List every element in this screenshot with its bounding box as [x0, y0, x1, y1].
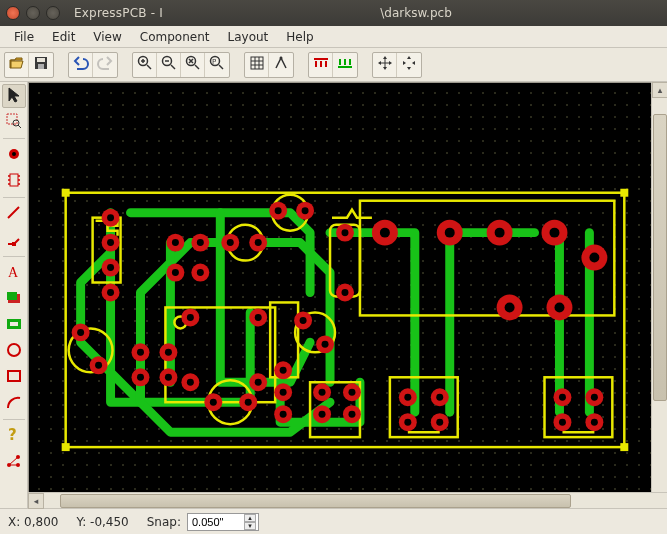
tool-text[interactable]: A: [2, 261, 26, 285]
svg-rect-26: [8, 371, 20, 381]
svg-text:?: ?: [8, 427, 17, 443]
svg-rect-44: [545, 377, 613, 437]
tool-plane[interactable]: [2, 313, 26, 337]
trace-icon: [6, 205, 22, 224]
close-window-button[interactable]: [6, 6, 20, 20]
app-body: A ?: [0, 82, 667, 508]
tool-zoom[interactable]: [2, 110, 26, 134]
snap-button[interactable]: [269, 53, 293, 77]
tool-component[interactable]: [2, 169, 26, 193]
floppy-icon: [34, 56, 48, 73]
redo-button[interactable]: [93, 53, 117, 77]
maximize-window-button[interactable]: [46, 6, 60, 20]
tool-trace[interactable]: [2, 202, 26, 226]
save-button[interactable]: [29, 53, 53, 77]
tool-info[interactable]: ?: [2, 424, 26, 448]
net-icon: [6, 453, 22, 472]
tool-corner[interactable]: [2, 228, 26, 252]
canvas-area: ▴ ◂: [28, 82, 667, 508]
title-app: ExpressPCB - I: [74, 6, 163, 20]
svg-point-18: [18, 175, 20, 177]
rect-outline-icon: [6, 369, 22, 386]
open-button[interactable]: [5, 53, 29, 77]
bottom-layer-button[interactable]: [333, 53, 357, 77]
svg-point-25: [8, 344, 20, 356]
minimize-window-button[interactable]: [26, 6, 40, 20]
status-y-label: Y:: [76, 515, 86, 529]
zoom-in-icon: [137, 55, 153, 74]
tool-net[interactable]: [2, 450, 26, 474]
tool-arc[interactable]: [2, 391, 26, 415]
svg-rect-14: [10, 174, 18, 186]
status-y-value: -0,450: [90, 515, 129, 529]
pcb-canvas[interactable]: [28, 82, 651, 492]
menu-help[interactable]: Help: [278, 28, 321, 46]
zoom-out-button[interactable]: [157, 53, 181, 77]
svg-point-16: [8, 179, 10, 181]
menubar: File Edit View Component Layout Help: [0, 26, 667, 48]
svg-point-15: [8, 175, 10, 177]
svg-point-9: [280, 57, 283, 60]
rotate-icon: [401, 55, 417, 74]
svg-point-20: [18, 183, 20, 185]
svg-rect-52: [62, 443, 70, 451]
svg-rect-51: [620, 189, 628, 197]
menu-view[interactable]: View: [85, 28, 129, 46]
zoom-fit-icon: [185, 55, 201, 74]
scroll-up-button[interactable]: ▴: [652, 82, 667, 98]
horizontal-scrollbar[interactable]: ◂: [28, 492, 667, 508]
svg-rect-50: [62, 189, 70, 197]
bottom-layer-icon: [337, 56, 353, 73]
svg-rect-21: [12, 242, 16, 246]
cursor-icon: [7, 87, 21, 106]
svg-rect-53: [620, 443, 628, 451]
svg-rect-2: [38, 64, 44, 69]
snap-icon: [274, 56, 288, 73]
corner-icon: [6, 231, 22, 250]
snap-step-up[interactable]: ▴: [244, 514, 256, 522]
snap-input[interactable]: [192, 516, 242, 528]
rotate-button[interactable]: [397, 53, 421, 77]
tool-rect[interactable]: [2, 365, 26, 389]
marquee-zoom-icon: [6, 113, 22, 132]
titlebar: ExpressPCB - I \darksw.pcb: [0, 0, 667, 26]
menu-edit[interactable]: Edit: [44, 28, 83, 46]
window-controls: [6, 6, 60, 20]
undo-icon: [73, 56, 89, 73]
menu-file[interactable]: File: [6, 28, 42, 46]
tool-rectfill[interactable]: [2, 287, 26, 311]
svg-text:P: P: [212, 58, 216, 66]
svg-text:A: A: [8, 265, 19, 280]
menu-layout[interactable]: Layout: [220, 28, 277, 46]
tool-select[interactable]: [2, 84, 26, 108]
pad-icon: [7, 147, 21, 164]
tool-pad[interactable]: [2, 143, 26, 167]
scroll-left-button[interactable]: ◂: [28, 493, 44, 509]
circle-icon: [6, 342, 22, 361]
zoom-prev-button[interactable]: P: [205, 53, 229, 77]
vertical-scroll-thumb[interactable]: [653, 114, 667, 401]
horizontal-scroll-thumb[interactable]: [60, 494, 571, 508]
svg-point-17: [8, 183, 10, 185]
zoom-prev-icon: P: [209, 55, 225, 74]
tool-circle[interactable]: [2, 339, 26, 363]
zoom-in-button[interactable]: [133, 53, 157, 77]
snap-step-down[interactable]: ▾: [244, 522, 256, 530]
top-layer-button[interactable]: [309, 53, 333, 77]
snap-control: Snap: ▴ ▾: [147, 513, 259, 531]
grid-button[interactable]: [245, 53, 269, 77]
svg-rect-32: [360, 201, 614, 316]
app-window: ExpressPCB - I \darksw.pcb File Edit Vie…: [0, 0, 667, 534]
left-toolbar: A ?: [0, 82, 28, 508]
menu-component[interactable]: Component: [132, 28, 218, 46]
undo-button[interactable]: [69, 53, 93, 77]
snap-input-wrap: ▴ ▾: [187, 513, 259, 531]
move-button[interactable]: [373, 53, 397, 77]
vertical-scrollbar[interactable]: ▴: [651, 82, 667, 492]
svg-rect-8: [251, 57, 263, 69]
zoom-out-icon: [161, 55, 177, 74]
svg-rect-1: [37, 58, 45, 62]
status-x-value: 0,800: [24, 515, 58, 529]
redo-icon: [97, 56, 113, 73]
zoom-fit-button[interactable]: [181, 53, 205, 77]
